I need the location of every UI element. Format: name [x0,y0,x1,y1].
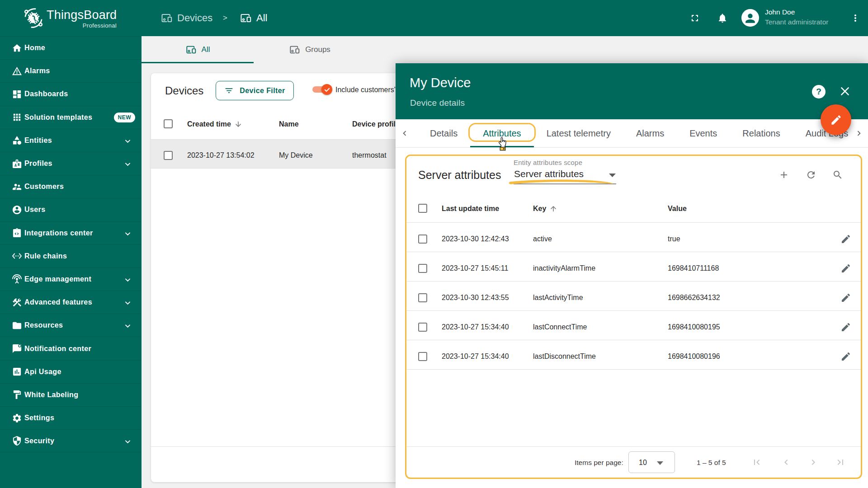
gear-icon [12,413,22,423]
more-menu-icon[interactable] [850,13,861,23]
sidebar-item-integrations-center[interactable]: Integrations center [0,221,142,244]
fullscreen-icon[interactable] [689,13,700,23]
tab-relations[interactable]: Relations [730,119,793,147]
include-customers-toggle[interactable] [321,84,332,95]
select-all-checkbox[interactable] [164,119,173,128]
sidebar-item-white-labeling[interactable]: White Labeling [0,383,142,406]
row-checkbox[interactable] [418,235,427,244]
1-label: Attributes [483,128,521,139]
tab-groups[interactable]: Groups [254,36,366,63]
row-checkbox[interactable] [418,264,427,273]
cell-last-update-time: 2023-10-27 15:34:40 [442,352,509,361]
new-badge: NEW [114,113,136,122]
label-label: Notification center [24,345,91,353]
chevron-down-icon [123,275,133,285]
sidebar-item-security[interactable]: Security [0,429,142,452]
row-checkbox[interactable] [164,151,173,160]
edit-attribute-icon[interactable] [840,292,851,303]
row-checkbox[interactable] [418,352,427,361]
brand-logo[interactable]: ThingsBoard Professional [0,0,142,36]
close-icon[interactable] [839,85,851,97]
cell-last-update-time: 2023-10-27 15:45:11 [442,264,508,272]
help-button[interactable]: ? [812,85,826,99]
column-created-time[interactable]: Created time [187,120,242,128]
column-device-profile[interactable]: Device profile [352,120,400,128]
label-label: Entities [24,136,52,145]
device-filter-button[interactable]: Device Filter [216,81,294,100]
sidebar-item-home[interactable]: Home [0,36,142,59]
tabs-scroll-left[interactable] [396,119,414,147]
tab-events[interactable]: Events [677,119,730,147]
edit-attribute-icon[interactable] [840,234,851,244]
first-page-icon[interactable] [751,457,762,468]
user-avatar[interactable] [741,9,759,27]
root-label: Devices [177,12,212,24]
edit-attribute-icon[interactable] [840,351,851,362]
attribute-row[interactable]: 2023-10-27 15:45:11 inactivityAlarmTime … [406,252,861,282]
tab-all[interactable]: All [142,36,254,63]
dropdown-arrow-icon[interactable] [609,174,616,177]
select-all-attributes-checkbox[interactable] [418,204,427,213]
sidebar-item-resources[interactable]: Resources [0,314,142,337]
sidebar-item-profiles[interactable]: Profiles [0,152,142,175]
page-size-select[interactable]: 10 [628,451,675,473]
cell-last-update-time: 2023-10-30 12:43:55 [442,294,509,302]
sidebar-item-alarms[interactable]: Alarms [0,59,142,82]
sidebar-item-entities[interactable]: Entities [0,129,142,152]
row-checkbox[interactable] [418,293,427,302]
chevron-down-icon [123,436,133,447]
sidebar-item-api-usage[interactable]: Api Usage [0,360,142,383]
name-label: Name [279,120,299,128]
next-page-icon[interactable] [808,457,819,468]
page-size-value: 10 [639,459,647,467]
search-icon[interactable] [832,169,843,180]
sidebar-item-dashboards[interactable]: Dashboards [0,82,142,105]
label-label: Users [24,206,45,214]
edit-pencil-icon [830,114,842,126]
drawer-tab-bar: Details Attributes Latest telemetry Alar… [396,119,868,148]
column-value[interactable]: Value [668,205,687,213]
sidebar-item-settings[interactable]: Settings [0,406,142,429]
brand-name: ThingsBoard [47,8,117,22]
tab-details[interactable]: Details [417,119,470,147]
column-name[interactable]: Name [279,120,299,128]
tab-alarms[interactable]: Alarms [623,119,677,147]
server-attributes-card: Server attributes Entity attributes scop… [405,155,862,479]
column-last-update-time[interactable]: Last update time [442,205,499,213]
last-page-icon[interactable] [835,457,846,468]
tab-latest-telemetry[interactable]: Latest telemetry [534,119,623,147]
sidebar-item-rule-chains[interactable]: Rule chains [0,244,142,267]
devices-icon [185,45,197,55]
warning-icon [12,66,22,76]
tab-attributes[interactable]: Attributes [470,119,533,147]
attribute-row[interactable]: 2023-10-30 12:42:43 active true [406,223,861,252]
row-checkbox[interactable] [418,323,427,332]
attribute-row[interactable]: 2023-10-27 15:34:40 lastDisconnectTime 1… [406,340,861,370]
column-key[interactable]: Key [533,205,557,213]
sidebar-item-users[interactable]: Users [0,198,142,221]
previous-page-icon[interactable] [781,457,792,468]
sidebar-item-notification-center[interactable]: Notification center [0,337,142,360]
refresh-icon[interactable] [806,169,816,180]
label-label: Security [24,437,54,445]
edit-attribute-icon[interactable] [840,322,851,333]
sidebar-item-customers[interactable]: Customers [0,175,142,198]
add-attribute-icon[interactable] [778,169,789,180]
breadcrumb-all[interactable]: All [240,0,267,36]
attribute-row[interactable]: 2023-10-27 15:34:40 lastConnectTime 1698… [406,311,861,340]
sidebar-item-advanced-features[interactable]: Advanced features [0,291,142,314]
chevron-left-icon [400,128,410,138]
check-icon [324,86,330,93]
tabs-scroll-right[interactable] [850,119,868,147]
notifications-bell-icon[interactable] [717,13,728,23]
sidebar-item-edge-management[interactable]: Edge management [0,267,142,291]
sidebar-item-solution-templates[interactable]: Solution templates NEW [0,106,142,129]
edit-device-fab[interactable] [821,104,851,135]
devices-icon [289,45,300,55]
edit-attribute-icon[interactable] [840,263,851,274]
items-per-page-label: Items per page: [575,459,623,467]
attribute-row[interactable]: 2023-10-30 12:43:55 lastActivityTime 169… [406,282,861,311]
breadcrumb-devices[interactable]: Devices [160,0,212,36]
chevron-down-icon [123,136,133,146]
cell-value: 1698410711168 [668,264,719,272]
